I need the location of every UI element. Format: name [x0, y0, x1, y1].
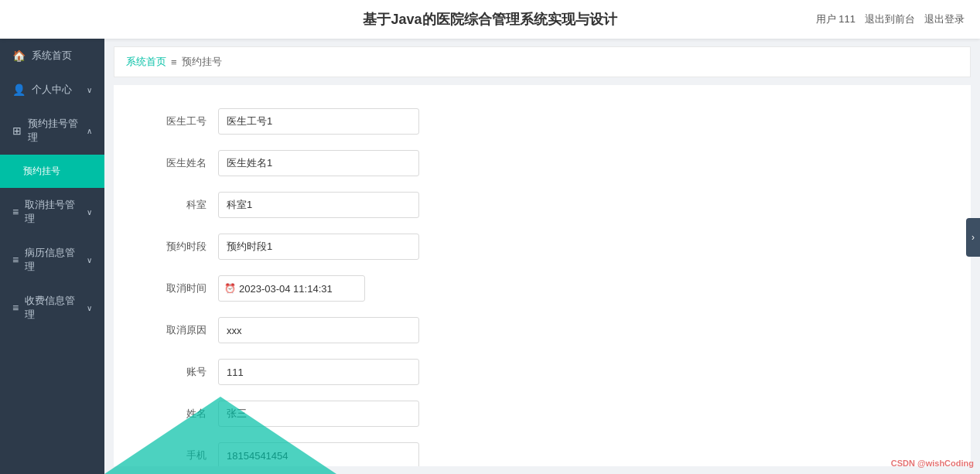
- breadcrumb-home[interactable]: 系统首页: [126, 55, 166, 69]
- sidebar-item-appointment-mgmt[interactable]: ⊞ 预约挂号管理 ∧: [0, 107, 104, 155]
- form-row-time-slot: 预约时段: [145, 234, 940, 260]
- layout: 🏠 系统首页 👤 个人中心 ∨ ⊞ 预约挂号管理 ∧ 预约挂号 ≡ 取消挂号管理…: [0, 39, 980, 474]
- label-time-slot: 预约时段: [145, 240, 207, 254]
- sidebar-medical-label: 病历信息管理: [25, 246, 80, 274]
- form-row-account: 账号: [145, 359, 940, 385]
- list-icon: ≡: [12, 206, 19, 218]
- sidebar-item-home[interactable]: 🏠 系统首页: [0, 39, 104, 73]
- label-account: 账号: [145, 365, 207, 379]
- cancel-time-wrapper: ⏰: [218, 275, 365, 302]
- form-row-doctor-id: 医生工号: [145, 108, 940, 135]
- clock-icon: ⏰: [224, 283, 236, 294]
- form-row-cancel-reason: 取消原因: [145, 317, 940, 343]
- input-department[interactable]: [218, 192, 419, 218]
- form-row-department: 科室: [145, 192, 940, 218]
- form-row-name: 姓名: [145, 401, 940, 427]
- grid-icon: ⊞: [12, 124, 22, 137]
- main-content: 系统首页 ≡ 预约挂号 医生工号 医生姓名 科室 预约时段: [104, 39, 980, 474]
- breadcrumb: 系统首页 ≡ 预约挂号: [114, 46, 971, 77]
- logout-link[interactable]: 退出登录: [924, 12, 965, 26]
- sidebar-appointment-mgmt-label: 预约挂号管理: [28, 117, 80, 145]
- label-cancel-reason: 取消原因: [145, 323, 207, 337]
- cancel-mgmt-arrow-icon: ∨: [87, 208, 92, 217]
- form-row-doctor-name: 医生姓名: [145, 150, 940, 176]
- back-link[interactable]: 退出到前台: [865, 12, 915, 26]
- sidebar: 🏠 系统首页 👤 个人中心 ∨ ⊞ 预约挂号管理 ∧ 预约挂号 ≡ 取消挂号管理…: [0, 39, 104, 474]
- header-title: 基于Java的医院综合管理系统实现与设计: [363, 10, 616, 29]
- label-department: 科室: [145, 198, 207, 212]
- input-name[interactable]: [218, 401, 419, 427]
- form-area: 医生工号 医生姓名 科室 预约时段 取消时间 ⏰: [114, 85, 971, 466]
- header-user-area: 用户 111 退出到前台 退出登录: [816, 12, 965, 26]
- home-icon: 🏠: [12, 49, 26, 62]
- medical-icon: ≡: [12, 254, 19, 266]
- form-row-phone: 手机: [145, 442, 940, 466]
- fee-icon: ≡: [12, 302, 19, 314]
- profile-arrow-icon: ∨: [87, 86, 92, 94]
- sidebar-item-medical-history[interactable]: ≡ 病历信息管理 ∨: [0, 236, 104, 284]
- sidebar-item-appointment[interactable]: 预约挂号: [0, 155, 104, 188]
- input-doctor-id[interactable]: [218, 108, 419, 135]
- user-label: 用户 111: [816, 12, 855, 26]
- label-doctor-name: 医生姓名: [145, 156, 207, 170]
- watermark: CSDN @wishCoding: [891, 459, 974, 468]
- sidebar-cancel-mgmt-label: 取消挂号管理: [25, 198, 80, 226]
- chevron-left-icon: ›: [971, 232, 975, 243]
- header: 基于Java的医院综合管理系统实现与设计 用户 111 退出到前台 退出登录: [0, 0, 980, 39]
- fee-arrow-icon: ∨: [87, 304, 92, 312]
- sidebar-item-profile[interactable]: 👤 个人中心 ∨: [0, 73, 104, 107]
- breadcrumb-separator: ≡: [171, 56, 177, 68]
- label-phone: 手机: [145, 448, 207, 462]
- label-name: 姓名: [145, 407, 207, 421]
- right-collapse-handle[interactable]: ›: [966, 218, 980, 257]
- input-time-slot[interactable]: [218, 234, 419, 260]
- label-cancel-time: 取消时间: [145, 281, 207, 295]
- sidebar-home-label: 系统首页: [32, 49, 72, 63]
- sidebar-profile-label: 个人中心: [32, 83, 72, 97]
- input-cancel-time[interactable]: [218, 275, 365, 302]
- medical-arrow-icon: ∨: [87, 256, 92, 264]
- sidebar-item-fee-mgmt[interactable]: ≡ 收费信息管理 ∨: [0, 284, 104, 332]
- profile-icon: 👤: [12, 84, 26, 96]
- breadcrumb-current: 预约挂号: [182, 55, 222, 69]
- input-account[interactable]: [218, 359, 419, 385]
- sidebar-fee-label: 收费信息管理: [25, 294, 80, 322]
- input-cancel-reason[interactable]: [218, 317, 419, 343]
- sidebar-item-cancel-mgmt[interactable]: ≡ 取消挂号管理 ∨: [0, 188, 104, 236]
- appointment-mgmt-arrow-icon: ∧: [87, 127, 92, 135]
- form-row-cancel-time: 取消时间 ⏰: [145, 275, 940, 302]
- sidebar-appointment-label: 预约挂号: [23, 165, 60, 178]
- label-doctor-id: 医生工号: [145, 114, 207, 128]
- input-doctor-name[interactable]: [218, 150, 419, 176]
- input-phone[interactable]: [218, 442, 419, 466]
- sidebar-submenu-appointment: 预约挂号: [0, 155, 104, 188]
